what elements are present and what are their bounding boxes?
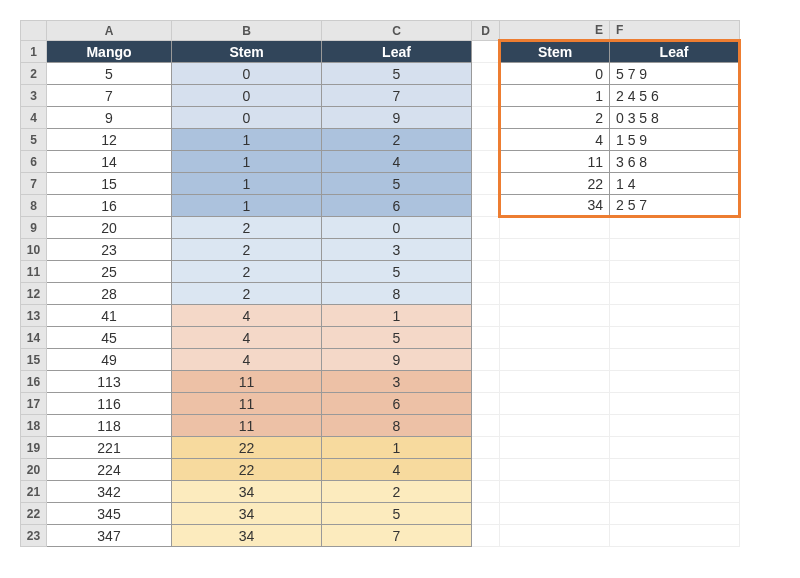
row-header[interactable]: 1 bbox=[21, 41, 47, 63]
row-header[interactable]: 11 bbox=[21, 261, 47, 283]
row-header[interactable]: 5 bbox=[21, 129, 47, 151]
cell-leaf[interactable]: 7 bbox=[322, 525, 472, 547]
row-header[interactable]: 23 bbox=[21, 525, 47, 547]
cell[interactable] bbox=[472, 437, 500, 459]
cell[interactable] bbox=[472, 503, 500, 525]
cell[interactable] bbox=[610, 503, 740, 525]
cell-leaf[interactable]: 3 bbox=[322, 239, 472, 261]
cell-stem[interactable]: 22 bbox=[172, 459, 322, 481]
main-header-leaf[interactable]: Leaf bbox=[322, 41, 472, 63]
cell-leaf[interactable]: 9 bbox=[322, 349, 472, 371]
row-header[interactable]: 3 bbox=[21, 85, 47, 107]
cell[interactable] bbox=[500, 283, 610, 305]
cell-mango[interactable]: 113 bbox=[47, 371, 172, 393]
cell-leaf[interactable]: 1 bbox=[322, 437, 472, 459]
cell[interactable] bbox=[472, 85, 500, 107]
cell[interactable] bbox=[500, 327, 610, 349]
cell-stem[interactable]: 2 bbox=[172, 261, 322, 283]
cell[interactable] bbox=[472, 481, 500, 503]
cell[interactable] bbox=[472, 107, 500, 129]
cell[interactable] bbox=[610, 393, 740, 415]
cell[interactable] bbox=[500, 261, 610, 283]
row-header[interactable]: 15 bbox=[21, 349, 47, 371]
cell-leaf[interactable]: 6 bbox=[322, 195, 472, 217]
cell-leaf[interactable]: 4 bbox=[322, 459, 472, 481]
cell[interactable] bbox=[500, 349, 610, 371]
cell[interactable] bbox=[610, 349, 740, 371]
cell[interactable] bbox=[610, 261, 740, 283]
row-header[interactable]: 6 bbox=[21, 151, 47, 173]
cell[interactable] bbox=[500, 415, 610, 437]
right-cell-stem[interactable]: 11 bbox=[500, 151, 610, 173]
row-header[interactable]: 10 bbox=[21, 239, 47, 261]
cell-mango[interactable]: 49 bbox=[47, 349, 172, 371]
right-cell-leaf[interactable]: 3 6 8 bbox=[610, 151, 740, 173]
cell-leaf[interactable]: 9 bbox=[322, 107, 472, 129]
cell[interactable] bbox=[472, 63, 500, 85]
row-header[interactable]: 18 bbox=[21, 415, 47, 437]
cell-mango[interactable]: 224 bbox=[47, 459, 172, 481]
row-header[interactable]: 2 bbox=[21, 63, 47, 85]
cell-stem[interactable]: 4 bbox=[172, 305, 322, 327]
row-header[interactable]: 4 bbox=[21, 107, 47, 129]
row-header[interactable]: 9 bbox=[21, 217, 47, 239]
cell-leaf[interactable]: 4 bbox=[322, 151, 472, 173]
cell[interactable] bbox=[500, 503, 610, 525]
cell[interactable] bbox=[472, 173, 500, 195]
main-header-mango[interactable]: Mango bbox=[47, 41, 172, 63]
row-header[interactable]: 21 bbox=[21, 481, 47, 503]
cell[interactable] bbox=[500, 437, 610, 459]
right-cell-stem[interactable]: 2 bbox=[500, 107, 610, 129]
cell[interactable] bbox=[472, 195, 500, 217]
cell[interactable] bbox=[610, 481, 740, 503]
right-cell-stem[interactable]: 0 bbox=[500, 63, 610, 85]
cell-mango[interactable]: 16 bbox=[47, 195, 172, 217]
cell-mango[interactable]: 20 bbox=[47, 217, 172, 239]
cell-leaf[interactable]: 8 bbox=[322, 415, 472, 437]
cell[interactable] bbox=[610, 327, 740, 349]
cell[interactable] bbox=[610, 305, 740, 327]
row-header[interactable]: 14 bbox=[21, 327, 47, 349]
cell-leaf[interactable]: 5 bbox=[322, 327, 472, 349]
col-header-F[interactable]: F bbox=[610, 21, 740, 41]
cell-mango[interactable]: 12 bbox=[47, 129, 172, 151]
cell-mango[interactable]: 345 bbox=[47, 503, 172, 525]
cell[interactable] bbox=[472, 283, 500, 305]
cell[interactable] bbox=[472, 349, 500, 371]
cell-stem[interactable]: 1 bbox=[172, 129, 322, 151]
cell[interactable] bbox=[500, 239, 610, 261]
row-header[interactable]: 12 bbox=[21, 283, 47, 305]
cell[interactable] bbox=[610, 239, 740, 261]
cell-mango[interactable]: 9 bbox=[47, 107, 172, 129]
cell-mango[interactable]: 221 bbox=[47, 437, 172, 459]
cell-mango[interactable]: 15 bbox=[47, 173, 172, 195]
cell-stem[interactable]: 0 bbox=[172, 85, 322, 107]
cell[interactable] bbox=[472, 371, 500, 393]
main-header-stem[interactable]: Stem bbox=[172, 41, 322, 63]
cell-mango[interactable]: 45 bbox=[47, 327, 172, 349]
cell-mango[interactable]: 14 bbox=[47, 151, 172, 173]
cell-mango[interactable]: 5 bbox=[47, 63, 172, 85]
cell[interactable] bbox=[472, 217, 500, 239]
cell-leaf[interactable]: 7 bbox=[322, 85, 472, 107]
right-cell-leaf[interactable]: 1 5 9 bbox=[610, 129, 740, 151]
col-header-D[interactable]: D bbox=[472, 21, 500, 41]
cell[interactable] bbox=[472, 393, 500, 415]
cell-stem[interactable]: 11 bbox=[172, 415, 322, 437]
row-header[interactable]: 17 bbox=[21, 393, 47, 415]
cell-stem[interactable]: 11 bbox=[172, 393, 322, 415]
right-cell-stem[interactable]: 4 bbox=[500, 129, 610, 151]
cell-stem[interactable]: 34 bbox=[172, 525, 322, 547]
cell[interactable] bbox=[472, 41, 500, 63]
cell-leaf[interactable]: 8 bbox=[322, 283, 472, 305]
cell[interactable] bbox=[610, 525, 740, 547]
cell-mango[interactable]: 347 bbox=[47, 525, 172, 547]
cell-leaf[interactable]: 5 bbox=[322, 503, 472, 525]
row-header[interactable]: 20 bbox=[21, 459, 47, 481]
right-cell-leaf[interactable]: 0 3 5 8 bbox=[610, 107, 740, 129]
col-header-A[interactable]: A bbox=[47, 21, 172, 41]
cell-leaf[interactable]: 5 bbox=[322, 63, 472, 85]
cell[interactable] bbox=[610, 415, 740, 437]
row-header[interactable]: 7 bbox=[21, 173, 47, 195]
right-cell-leaf[interactable]: 2 5 7 bbox=[610, 195, 740, 217]
